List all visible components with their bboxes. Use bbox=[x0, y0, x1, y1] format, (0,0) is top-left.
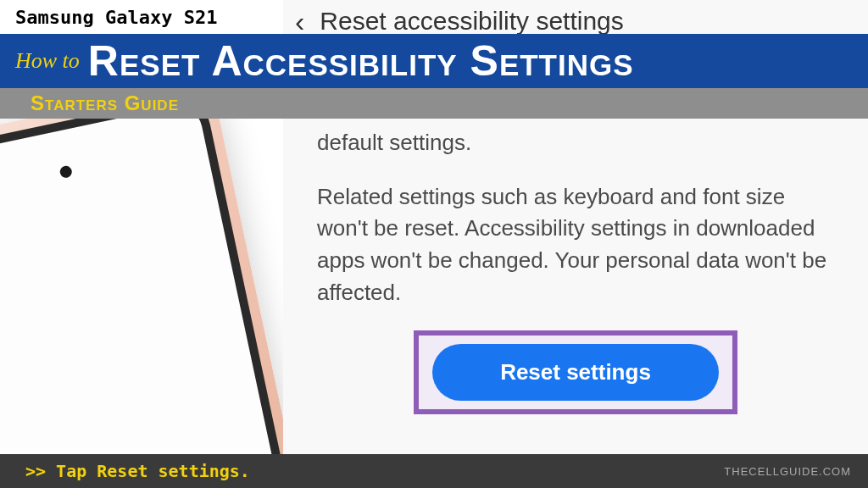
device-label: Samsung Galaxy S21 bbox=[15, 7, 217, 28]
description-line-2: Related settings such as keyboard and fo… bbox=[317, 181, 834, 309]
back-icon[interactable]: ‹ bbox=[295, 5, 304, 38]
subtitle-banner: Starters Guide bbox=[0, 88, 868, 119]
howto-prefix: How to bbox=[15, 48, 80, 74]
page-title: Reset Accessibility Settings bbox=[88, 36, 634, 86]
instruction-text: >> Tap Reset settings. bbox=[25, 461, 250, 481]
watermark: THECELLGUIDE.COM bbox=[724, 465, 851, 478]
title-banner: How to Reset Accessibility Settings bbox=[0, 34, 868, 88]
highlight-box: Reset settings bbox=[414, 330, 737, 414]
panel-title: Reset accessibility settings bbox=[320, 7, 623, 36]
button-container: Reset settings bbox=[317, 330, 834, 414]
subtitle: Starters Guide bbox=[31, 92, 179, 115]
description-line-1: default settings. bbox=[317, 127, 834, 159]
camera-dot-icon bbox=[59, 164, 74, 179]
instruction-bar: >> Tap Reset settings. THECELLGUIDE.COM bbox=[0, 454, 868, 488]
reset-settings-button[interactable]: Reset settings bbox=[432, 344, 719, 401]
